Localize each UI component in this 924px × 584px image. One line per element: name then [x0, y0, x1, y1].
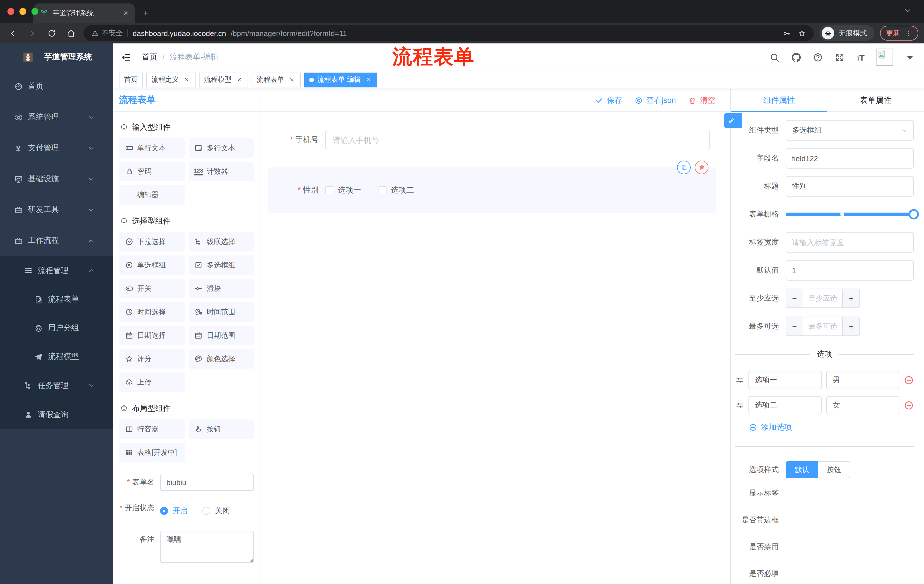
option-value-input[interactable]: [826, 371, 899, 389]
component-chip-行容器[interactable]: 行容器: [119, 419, 185, 439]
default-value-input[interactable]: [785, 260, 914, 281]
home-icon[interactable]: [64, 29, 78, 38]
component-chip-计数器[interactable]: 123计数器: [188, 162, 254, 181]
component-type-select[interactable]: 多选框组: [785, 120, 914, 141]
close-tag-icon[interactable]: [235, 76, 243, 84]
forward-icon[interactable]: [25, 29, 39, 38]
status-on-label[interactable]: 开启: [173, 506, 188, 516]
update-browser-button[interactable]: 更新: [880, 26, 918, 41]
option-name-input[interactable]: [749, 396, 822, 414]
close-window-button[interactable]: [7, 8, 14, 15]
title-input[interactable]: [785, 176, 914, 197]
zoom-window-button[interactable]: [31, 8, 38, 15]
tag-流程模型[interactable]: 流程模型: [199, 72, 248, 87]
address-bar[interactable]: 不安全 dashboard.yudao.iocoder.cn /bpm/mana…: [84, 25, 813, 41]
component-chip-密码[interactable]: 密码: [119, 162, 185, 181]
remove-option-icon[interactable]: [904, 400, 914, 410]
component-chip-颜色选择[interactable]: 颜色选择: [188, 349, 254, 368]
view-json-button[interactable]: 查看json: [635, 95, 676, 105]
tag-流程表单[interactable]: 流程表单: [252, 72, 301, 87]
sidebar-item-流程表单[interactable]: 流程表单: [0, 285, 113, 314]
search-icon[interactable]: [769, 52, 779, 62]
form-canvas[interactable]: 手机号 性别 选项一: [260, 112, 730, 584]
link-handle[interactable]: [724, 113, 742, 128]
tab-search-chevron-icon[interactable]: [904, 7, 911, 14]
phone-input[interactable]: [325, 130, 710, 150]
tag-首页[interactable]: 首页: [119, 72, 143, 87]
sidebar-item-用户分组[interactable]: 用户分组: [0, 314, 113, 342]
checkbox-icon[interactable]: [325, 186, 333, 194]
component-chip-开关[interactable]: 开关: [119, 279, 185, 298]
tag-流程表单-编辑[interactable]: 流程表单-编辑: [304, 72, 377, 87]
max-select-input[interactable]: [804, 317, 842, 336]
delete-component-button[interactable]: [695, 161, 708, 174]
reload-icon[interactable]: [45, 29, 58, 38]
sidebar-item-流程模型[interactable]: 流程模型: [0, 342, 113, 371]
close-tag-icon[interactable]: [364, 76, 372, 84]
component-chip-时间范围[interactable]: 时间范围: [188, 302, 254, 322]
option-name-input[interactable]: [749, 371, 822, 389]
avatar-caret-icon[interactable]: [905, 52, 915, 62]
sidebar-item-流程管理[interactable]: 流程管理: [0, 256, 113, 285]
avatar[interactable]: [876, 49, 893, 66]
duplicate-component-button[interactable]: [677, 161, 691, 174]
component-chip-上传[interactable]: 上传: [119, 373, 185, 392]
minus-icon[interactable]: −: [786, 289, 804, 308]
field-name-input[interactable]: [785, 148, 914, 169]
radio-on-icon[interactable]: [160, 507, 168, 515]
component-chip-单选框组[interactable]: 单选框组: [119, 255, 185, 275]
help-icon[interactable]: [813, 52, 823, 62]
component-chip-按钮[interactable]: 按钮: [188, 419, 254, 439]
canvas-field-gender-selected[interactable]: 性别 选项一 选项二: [268, 168, 716, 213]
sidebar-item-支付管理[interactable]: ¥支付管理: [0, 133, 113, 163]
style-button-button[interactable]: 按钮: [818, 461, 850, 478]
plus-icon[interactable]: +: [842, 289, 860, 308]
fullscreen-icon[interactable]: [835, 52, 844, 62]
tab-form-props[interactable]: 表单属性: [827, 89, 924, 112]
component-chip-表格[开发中][interactable]: 表格[开发中]: [119, 443, 185, 462]
close-tag-icon[interactable]: [288, 76, 295, 84]
gender-option-1[interactable]: 选项一: [325, 185, 361, 196]
bookmark-star-icon[interactable]: [798, 30, 805, 37]
label-width-input[interactable]: [785, 232, 914, 253]
form-name-input[interactable]: [160, 474, 254, 491]
drag-handle-icon[interactable]: [735, 376, 744, 384]
form-grid-slider[interactable]: [785, 204, 914, 225]
component-chip-滑块[interactable]: 滑块: [188, 279, 254, 298]
component-chip-多行文本[interactable]: 多行文本: [188, 138, 254, 158]
github-icon[interactable]: [791, 52, 801, 62]
slider-handle[interactable]: [909, 209, 919, 219]
tab-component-props[interactable]: 组件属性: [731, 89, 827, 112]
clear-button[interactable]: 清空: [688, 95, 715, 105]
close-tag-icon[interactable]: [182, 76, 190, 84]
component-chip-日期选择[interactable]: 日期选择: [119, 326, 185, 345]
drag-handle-icon[interactable]: [735, 401, 744, 410]
sidebar-item-请假查询[interactable]: 请假查询: [0, 400, 113, 429]
component-chip-评分[interactable]: 评分: [119, 349, 185, 368]
checkbox-icon[interactable]: [378, 186, 386, 194]
breadcrumb-home[interactable]: 首页: [142, 52, 157, 62]
sidebar-item-研发工具[interactable]: 研发工具: [0, 194, 113, 225]
min-select-input[interactable]: [804, 289, 842, 308]
more-menu-icon[interactable]: [905, 30, 912, 37]
remove-option-icon[interactable]: [904, 375, 914, 385]
component-chip-级联选择[interactable]: 级联选择: [188, 232, 254, 252]
radio-off-icon[interactable]: [202, 507, 210, 515]
new-tab-button[interactable]: [139, 6, 153, 21]
status-off-label[interactable]: 关闭: [215, 506, 230, 516]
option-value-input[interactable]: [826, 396, 899, 414]
password-key-icon[interactable]: [782, 30, 790, 37]
save-button[interactable]: 保存: [595, 95, 622, 105]
close-tab-icon[interactable]: [121, 8, 130, 18]
window-controls[interactable]: [7, 8, 38, 15]
canvas-field-phone[interactable]: 手机号: [268, 130, 730, 150]
browser-tab[interactable]: 芋道管理系统: [33, 3, 135, 23]
back-icon[interactable]: [6, 29, 20, 38]
tag-流程定义[interactable]: 流程定义: [146, 72, 196, 87]
sidebar-item-系统管理[interactable]: 系统管理: [0, 102, 113, 133]
add-option-button[interactable]: 添加选项: [749, 422, 914, 433]
font-size-icon[interactable]: TT: [856, 53, 864, 61]
sidebar-item-基础设施[interactable]: 基础设施: [0, 163, 113, 194]
component-chip-下拉选择[interactable]: 下拉选择: [119, 232, 185, 252]
plus-icon[interactable]: +: [842, 317, 860, 336]
